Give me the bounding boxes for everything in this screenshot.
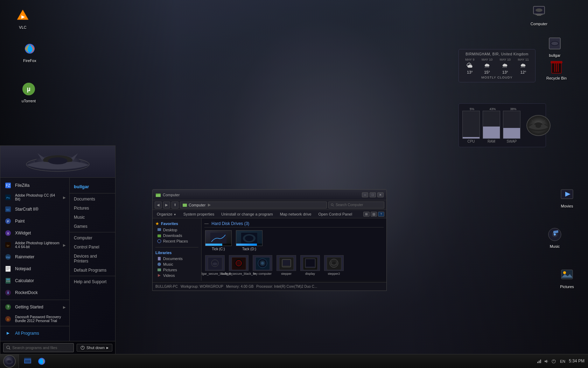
getting-started-icon: ? xyxy=(4,303,12,311)
start-devices-printers[interactable]: Devices and Printers xyxy=(70,252,115,266)
start-control-panel[interactable]: Control Panel xyxy=(70,243,115,252)
sidebar-library-pictures[interactable]: Pictures xyxy=(155,267,198,273)
svg-marker-29 xyxy=(542,119,546,124)
rainmeter-icon: RM xyxy=(4,253,12,261)
start-button[interactable] xyxy=(0,354,19,368)
back-button[interactable]: ◀ xyxy=(155,202,162,209)
shutdown-button[interactable]: Shut down ▶ xyxy=(77,344,112,352)
start-help-support[interactable]: Help and Support xyxy=(70,277,115,286)
utorrent-label: uTorrent xyxy=(22,99,36,103)
sidebar-recent-places[interactable]: Recent Places xyxy=(155,238,198,244)
start-item-filezilla[interactable]: FZ FileZilla xyxy=(0,179,69,191)
folder-icon xyxy=(155,192,161,198)
start-item-lightroom[interactable]: Lr Adobe Photoshop Lightroom 4.4 64-bit … xyxy=(0,239,69,251)
folder-item-4[interactable]: stepper xyxy=(276,255,297,275)
taskbar-firefox-icon[interactable] xyxy=(35,355,48,368)
forward-button[interactable]: ▶ xyxy=(163,202,170,209)
sidebar-library-videos[interactable]: Videos xyxy=(155,273,198,278)
sidebar-downloads[interactable]: Downloads xyxy=(155,233,198,238)
uninstall-menu[interactable]: Uninstall or change a program xyxy=(219,211,275,217)
view-help-btn[interactable]: ? xyxy=(378,212,384,217)
open-control-panel-menu[interactable]: Open Control Panel xyxy=(316,211,355,217)
folder-item-3[interactable]: my computer xyxy=(252,255,273,275)
desktop-icon-bullgar[interactable]: bullgar xyxy=(541,35,569,58)
start-all-programs[interactable]: All Programs xyxy=(0,327,69,339)
close-button[interactable]: ✕ xyxy=(377,192,384,197)
start-item-photoshop[interactable]: Ps Adobe Photoshop CC (64 Bit) ▶ xyxy=(0,191,69,203)
start-item-daossoft[interactable]: D Daossoft Password Recovery Bundle 2012… xyxy=(0,313,69,325)
start-pictures[interactable]: Pictures xyxy=(70,204,115,213)
desktop-icon-vlc[interactable]: ▶ VLC xyxy=(9,7,37,30)
maximize-button[interactable]: □ xyxy=(370,192,376,197)
svg-text:SC: SC xyxy=(6,208,10,211)
start-music[interactable]: Music xyxy=(70,213,115,222)
search-bar[interactable]: Search Computer xyxy=(328,202,384,209)
organize-menu[interactable]: Organize ▼ xyxy=(155,211,178,217)
folder-item-5[interactable]: display xyxy=(300,255,321,275)
video-small-icon xyxy=(157,273,161,278)
sidebar-desktop[interactable]: Desktop xyxy=(155,227,198,233)
folder-item-6[interactable]: stepper2 xyxy=(323,255,344,275)
svg-rect-57 xyxy=(6,279,10,280)
desktop-icon-pictures[interactable]: Pictures xyxy=(553,266,581,289)
desktop-icon-firefox[interactable]: FireFox xyxy=(16,40,44,63)
start-item-xwidget[interactable]: X XWidget xyxy=(0,227,69,239)
svg-point-76 xyxy=(331,204,333,206)
start-item-paint[interactable]: P Paint xyxy=(0,215,69,227)
view-icons-btn[interactable]: ⊞ xyxy=(363,212,370,217)
start-item-calculator[interactable]: Calculator xyxy=(0,275,69,287)
system-properties-menu[interactable]: System properties xyxy=(181,211,217,217)
up-button[interactable]: ⬆ xyxy=(172,202,178,209)
start-games[interactable]: Games xyxy=(70,222,115,231)
computer-label: Computer xyxy=(531,22,547,26)
start-computer[interactable]: Computer xyxy=(70,233,115,243)
svg-text:X: X xyxy=(7,232,9,235)
start-default-programs[interactable]: Default Programs xyxy=(70,266,115,275)
svg-text:P: P xyxy=(7,220,9,223)
desktop-icon-music[interactable]: Music xyxy=(541,226,569,249)
power-tray-icon[interactable] xyxy=(551,359,556,364)
address-bar[interactable]: Computer ▶ xyxy=(180,202,327,209)
start-documents[interactable]: Documents xyxy=(70,195,115,204)
hdd-section-header: — Hard Disk Drives (3) xyxy=(204,221,384,227)
sidebar-library-documents[interactable]: Documents xyxy=(155,256,198,261)
drive-d-name: Tack (D:) xyxy=(242,247,256,251)
start-item-getting-started[interactable]: ? Getting Started ▶ xyxy=(0,301,69,313)
map-network-menu[interactable]: Map network drive xyxy=(278,211,314,217)
svg-point-8 xyxy=(536,8,542,12)
start-item-rocketdock[interactable]: RocketDock xyxy=(0,287,69,299)
window-controls: ─ □ ✕ xyxy=(362,192,384,197)
svg-rect-122 xyxy=(540,360,541,363)
swap-label: SWAP xyxy=(506,139,517,143)
start-item-notepad[interactable]: Notepad xyxy=(0,263,69,275)
svg-marker-67 xyxy=(7,332,9,335)
network-tray-icon[interactable] xyxy=(536,359,542,364)
desktop-icon-computer[interactable]: Computer xyxy=(525,4,553,26)
drive-c[interactable]: Tick (C:) xyxy=(204,230,232,251)
minimize-button[interactable]: ─ xyxy=(362,192,368,197)
system-tray xyxy=(536,359,556,364)
svg-point-31 xyxy=(536,124,541,128)
folder-icon-4 xyxy=(276,255,296,271)
drive-d[interactable]: Tack (D:) xyxy=(235,230,263,251)
search-box[interactable]: Search programs and files xyxy=(3,343,74,352)
start-item-rainmeter[interactable]: RM Rainmeter xyxy=(0,251,69,263)
svg-marker-123 xyxy=(545,360,547,363)
view-details-btn[interactable]: ▤ xyxy=(371,212,377,217)
cpu-pct-label: 5% xyxy=(462,107,482,111)
desktop-icon-movies[interactable]: Movies xyxy=(553,186,581,209)
svg-rect-59 xyxy=(8,281,9,281)
start-menu-right-panel: bullgar Documents Pictures Music Games C… xyxy=(70,178,115,341)
paint-icon: P xyxy=(4,217,12,225)
pc-name: BULLGAR-PC xyxy=(155,285,178,288)
volume-tray-icon[interactable] xyxy=(544,359,549,364)
folder-item-2[interactable]: bullgar_secure_black_fix xyxy=(228,255,249,275)
desktop-icon-recycle[interactable]: Recycle Bin xyxy=(542,58,570,81)
taskbar-explorer-icon[interactable] xyxy=(21,355,34,368)
sidebar-library-music[interactable]: Music xyxy=(155,261,198,267)
svg-rect-102 xyxy=(283,260,290,266)
svg-rect-52 xyxy=(6,266,10,272)
start-menu: FZ FileZilla Ps Adobe Photoshop CC (64 B… xyxy=(0,145,115,354)
desktop-icon-utorrent[interactable]: µ uTorrent xyxy=(15,81,43,103)
start-item-starcraft[interactable]: SC StarCraft II® xyxy=(0,203,69,215)
